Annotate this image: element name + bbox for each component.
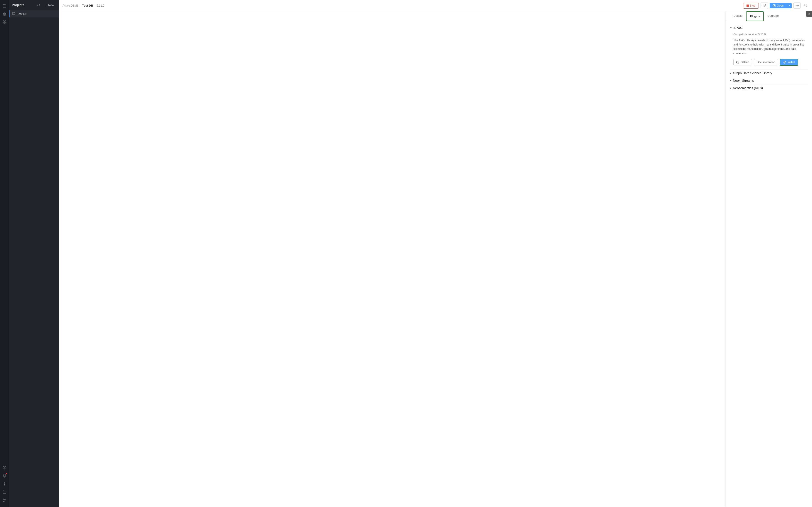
- top-bar-actions: Stop Open ▾ •••: [743, 2, 808, 9]
- icon-sidebar: [0, 0, 9, 507]
- apoc-section-body: Compatible version: 5.11.0 The APOC libr…: [730, 31, 808, 66]
- plugin-section-gds[interactable]: ▶ Graph Data Science Library: [730, 69, 808, 77]
- apoc-description: The APOC library consists of many (about…: [733, 38, 808, 56]
- search-button[interactable]: [803, 2, 808, 9]
- plugin-section-apoc: ▼ APOC Compatible version: 5.11.0 The AP…: [730, 25, 808, 66]
- streams-chevron: ▶: [730, 79, 731, 82]
- open-dropdown-button[interactable]: ▾: [786, 3, 792, 8]
- db-name: Test DB: [82, 4, 93, 7]
- plugin-section-streams[interactable]: ▶ Neo4j Streams: [730, 77, 808, 84]
- tab-upgrade[interactable]: Upgrade: [764, 11, 782, 21]
- project-item-testdb[interactable]: Test DB: [9, 10, 59, 17]
- new-project-button[interactable]: New: [43, 2, 56, 8]
- svg-point-8: [3, 499, 4, 500]
- project-folder-icon: [12, 12, 15, 16]
- nav-files[interactable]: [1, 2, 8, 9]
- streams-title: Neo4j Streams: [733, 79, 754, 82]
- svg-point-6: [4, 469, 5, 469]
- apoc-section-header[interactable]: ▼ APOC: [730, 25, 808, 31]
- plugin-section-neosemantics[interactable]: ▶ Neosemantics (n10s): [730, 84, 808, 92]
- apoc-compatible-version: Compatible version: 5.11.0: [733, 33, 808, 36]
- projects-title: Projects: [12, 3, 34, 7]
- nav-grid[interactable]: [1, 18, 8, 26]
- apoc-actions: GitHub Documentation Install: [733, 59, 808, 66]
- svg-point-0: [3, 13, 6, 13]
- db-version: 5.11.0: [97, 4, 104, 7]
- plugin-tabs: Details Plugins Upgrade: [726, 11, 812, 21]
- tab-plugins[interactable]: Plugins: [746, 11, 764, 21]
- nav-settings[interactable]: [1, 480, 8, 488]
- svg-rect-13: [747, 5, 749, 7]
- svg-line-16: [806, 6, 807, 7]
- close-panel-button[interactable]: ✕: [806, 11, 812, 17]
- neosemantics-title: Neosemantics (n10s): [733, 86, 763, 90]
- more-options-button[interactable]: •••: [794, 2, 801, 9]
- svg-rect-1: [3, 20, 4, 22]
- restart-button[interactable]: [761, 2, 768, 9]
- svg-rect-3: [3, 22, 4, 24]
- stop-button[interactable]: Stop: [743, 3, 759, 9]
- documentation-button[interactable]: Documentation: [754, 59, 778, 65]
- top-bar: Active DBMS Test DB 5.11.0 Stop Open ▾ •…: [59, 0, 812, 11]
- gds-chevron: ▶: [730, 72, 731, 74]
- apoc-chevron: ▼: [730, 27, 732, 29]
- svg-point-9: [3, 501, 4, 502]
- svg-point-7: [4, 484, 5, 485]
- project-name: Test DB: [17, 12, 28, 16]
- open-button-group: Open ▾: [770, 3, 792, 8]
- plugin-panel: ✕ Details Plugins Upgrade ▼: [726, 11, 812, 507]
- nav-help[interactable]: [1, 464, 8, 471]
- nav-folder[interactable]: [1, 489, 8, 496]
- active-dbms-label: Active DBMS: [62, 4, 79, 7]
- projects-header: Projects New: [9, 0, 59, 10]
- plugin-content: ▼ APOC Compatible version: 5.11.0 The AP…: [726, 21, 812, 507]
- refresh-button[interactable]: [36, 2, 41, 8]
- nav-git[interactable]: [1, 497, 8, 504]
- apoc-title: APOC: [733, 26, 743, 30]
- content-area: ✕ Details Plugins Upgrade ▼: [59, 11, 812, 507]
- nav-notifications[interactable]: [1, 472, 8, 480]
- svg-rect-4: [5, 22, 6, 24]
- nav-database[interactable]: [1, 10, 8, 18]
- neosemantics-chevron: ▶: [730, 87, 731, 89]
- projects-panel: Projects New Test DB: [9, 0, 59, 507]
- svg-rect-2: [5, 20, 6, 22]
- svg-point-15: [804, 4, 806, 6]
- gds-title: Graph Data Science Library: [733, 71, 772, 75]
- main-area: Active DBMS Test DB 5.11.0 Stop Open ▾ •…: [59, 0, 812, 507]
- install-button[interactable]: Install: [780, 59, 798, 66]
- open-button[interactable]: Open: [770, 3, 786, 8]
- github-button[interactable]: GitHub: [733, 59, 752, 65]
- tab-details[interactable]: Details: [730, 11, 746, 21]
